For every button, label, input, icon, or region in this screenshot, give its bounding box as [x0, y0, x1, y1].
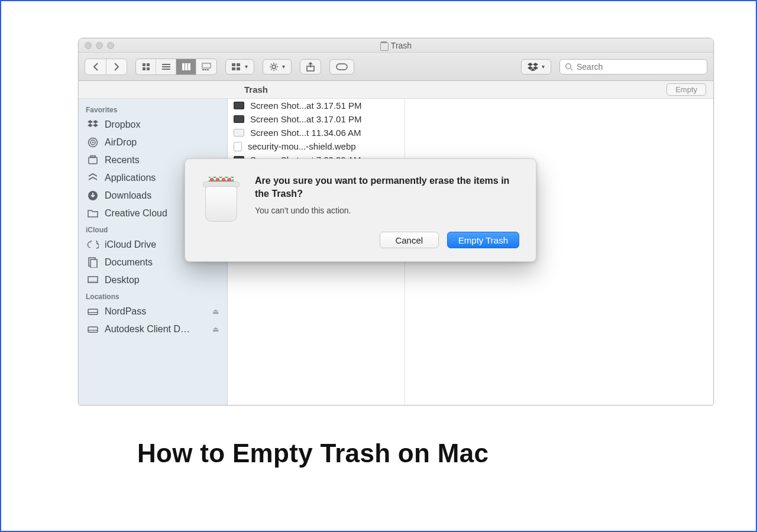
file-thumbnail-icon	[234, 102, 244, 109]
svg-rect-9	[188, 63, 190, 70]
search-field[interactable]	[559, 59, 707, 74]
sidebar-heading: Locations	[79, 289, 227, 303]
sidebar-item-label: NordPass	[105, 306, 146, 317]
sidebar-item-label: Desktop	[105, 275, 140, 286]
file-row[interactable]: security-mou...-shield.webp	[228, 140, 405, 153]
sidebar-item-label: Downloads	[105, 190, 151, 201]
view-icon-button[interactable]	[136, 59, 156, 74]
file-row[interactable]: Screen Shot...at 3.17.01 PM	[228, 112, 405, 126]
eject-icon[interactable]: ⏏	[212, 325, 219, 333]
chevron-down-icon: ▾	[282, 63, 285, 70]
dropbox-menu-button[interactable]: ▾	[521, 59, 551, 74]
sidebar-item-label: Documents	[105, 257, 153, 268]
tags-button[interactable]	[329, 59, 354, 74]
window-titlebar: Trash	[79, 38, 713, 53]
chevron-down-icon: ▾	[245, 63, 248, 70]
file-row[interactable]: Screen Shot...t 11.34.06 AM	[228, 126, 405, 140]
svg-rect-2	[143, 67, 145, 70]
sidebar-item[interactable]: AirDrop	[79, 134, 227, 151]
view-list-button[interactable]	[156, 59, 176, 74]
file-name: Screen Shot...at 3.17.51 PM	[250, 100, 361, 111]
cancel-button[interactable]: Cancel	[380, 232, 439, 248]
svg-rect-34	[88, 312, 98, 313]
svg-rect-1	[147, 63, 150, 66]
chevron-down-icon: ▾	[542, 63, 545, 70]
sidebar-item-label: Applications	[105, 173, 156, 183]
svg-rect-11	[202, 69, 204, 70]
empty-trash-dialog: Are you sure you want to permanently era…	[185, 158, 536, 262]
desktop-icon	[87, 274, 99, 286]
gear-icon	[269, 62, 279, 72]
apps-icon	[87, 172, 99, 184]
docs-icon	[87, 257, 99, 268]
file-name: Screen Shot...t 11.34.06 AM	[250, 128, 361, 138]
file-thumbnail-icon	[234, 129, 244, 137]
sidebar-item[interactable]: Dropbox	[79, 116, 227, 134]
svg-point-21	[566, 63, 571, 69]
svg-rect-30	[90, 259, 97, 268]
view-mode-segment	[135, 59, 217, 75]
cloud-icon	[87, 239, 99, 251]
svg-rect-36	[88, 330, 98, 330]
trash-icon	[380, 41, 387, 50]
svg-rect-26	[89, 157, 97, 164]
view-gallery-button[interactable]	[196, 59, 216, 74]
trash-full-icon	[200, 177, 242, 224]
arrange-menu-button[interactable]: ▾	[225, 59, 254, 74]
location-title: Trash	[244, 85, 268, 95]
svg-rect-7	[182, 63, 185, 70]
svg-rect-14	[232, 63, 235, 66]
svg-rect-13	[207, 69, 209, 70]
sidebar-heading: Favorites	[79, 102, 227, 116]
svg-point-18	[272, 65, 276, 69]
search-input[interactable]	[577, 62, 702, 72]
svg-rect-3	[147, 67, 150, 70]
sidebar-item[interactable]: NordPass⏏	[79, 303, 227, 320]
svg-rect-8	[185, 63, 187, 70]
action-menu-button[interactable]: ▾	[263, 59, 292, 74]
dialog-subtitle: You can't undo this action.	[255, 206, 519, 215]
svg-rect-6	[162, 69, 170, 70]
svg-rect-12	[205, 69, 206, 70]
sidebar-item-label: Dropbox	[105, 119, 140, 130]
dropbox-icon	[528, 63, 538, 71]
disk-icon	[87, 323, 99, 335]
file-name: Screen Shot...at 3.17.01 PM	[250, 114, 361, 124]
sidebar-item[interactable]: Autodesk Client D…⏏	[79, 320, 227, 338]
sidebar-item[interactable]: Desktop	[79, 271, 227, 289]
svg-rect-5	[162, 66, 170, 67]
sidebar-item-label: iCloud Drive	[105, 239, 156, 250]
disk-icon	[87, 306, 99, 317]
svg-rect-20	[337, 64, 347, 70]
finder-toolbar: ▾ ▾ ▾	[79, 53, 713, 81]
svg-rect-15	[237, 63, 240, 66]
article-title: How to Empty Trash on Mac	[137, 439, 489, 468]
svg-rect-27	[90, 156, 95, 158]
downloads-icon	[87, 190, 99, 202]
share-button[interactable]	[300, 59, 321, 74]
svg-rect-4	[162, 64, 170, 65]
svg-line-22	[571, 69, 572, 70]
file-thumbnail-icon	[234, 142, 242, 151]
location-bar: Trash Empty	[79, 81, 713, 99]
folder-icon	[87, 207, 99, 219]
sidebar-item-label: AirDrop	[105, 137, 137, 148]
file-name: security-mou...-shield.webp	[248, 141, 356, 151]
dialog-title: Are you sure you want to permanently era…	[255, 174, 519, 200]
svg-rect-16	[232, 67, 235, 70]
file-row[interactable]: Screen Shot...at 3.17.51 PM	[228, 99, 405, 112]
svg-rect-17	[237, 67, 240, 70]
nav-forward-button[interactable]	[106, 59, 127, 75]
view-column-button[interactable]	[176, 59, 196, 74]
confirm-empty-trash-button[interactable]: Empty Trash	[447, 232, 519, 248]
sidebar-item-label: Recents	[105, 155, 140, 166]
empty-trash-button[interactable]: Empty	[667, 83, 706, 96]
sidebar-item-label: Autodesk Client D…	[105, 324, 190, 335]
file-thumbnail-icon	[234, 115, 244, 123]
search-icon	[565, 63, 573, 71]
svg-rect-32	[88, 281, 98, 283]
eject-icon[interactable]: ⏏	[212, 307, 219, 316]
window-title: Trash	[391, 41, 412, 50]
nav-back-button[interactable]	[85, 59, 106, 75]
svg-point-25	[92, 142, 94, 144]
